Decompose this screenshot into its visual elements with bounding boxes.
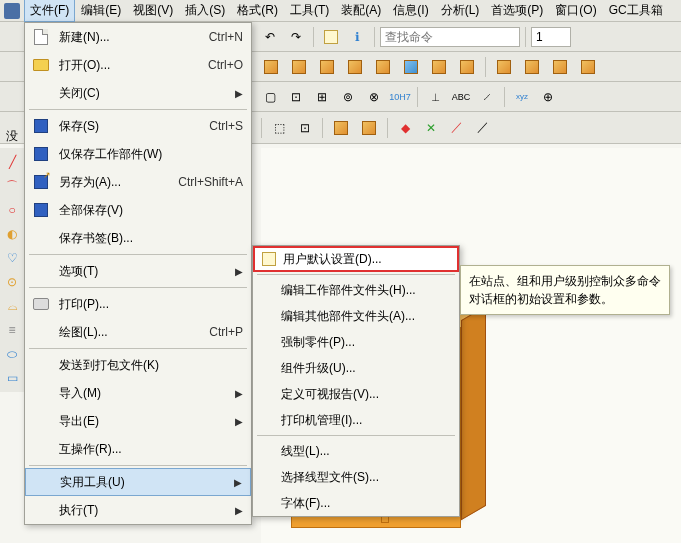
axis-red-icon[interactable]: ◆ [393,116,417,140]
save-work-icon [29,144,53,164]
lt-7-icon[interactable]: ⌓ [2,296,22,316]
file-save-work[interactable]: 仅保存工作部件(W) [25,140,251,168]
menu-insert[interactable]: 插入(S) [179,0,231,22]
misc-icon[interactable]: ⊕ [536,85,560,109]
file-new[interactable]: 新建(N)... Ctrl+N [25,23,251,51]
saveas-icon [29,172,53,192]
submenu-visual-report[interactable]: 定义可视报告(V)... [253,381,459,407]
spin-input[interactable]: 1 [531,27,571,47]
lt-10-icon[interactable]: ▭ [2,368,22,388]
utilities-submenu: 用户默认设置(D)... 编辑工作部件文件头(H)... 编辑其他部件文件头(A… [252,245,460,517]
text-icon[interactable]: ABC [449,85,473,109]
menu-gctoolbox[interactable]: GC工具箱 [603,0,669,22]
lt-5-icon[interactable]: ♡ [2,248,22,268]
submenu-font[interactable]: 字体(F)... [253,490,459,516]
menu-edit[interactable]: 编辑(E) [75,0,127,22]
select-1-icon[interactable]: ⬚ [267,116,291,140]
undo-icon[interactable]: ↶ [258,25,282,49]
command-search[interactable] [380,27,520,47]
cube-11-icon[interactable] [547,56,573,78]
menu-info[interactable]: 信息(I) [387,0,434,22]
file-interop[interactable]: 互操作(R)... [25,435,251,463]
cube-4-icon[interactable] [342,56,368,78]
view-cube-2-icon[interactable] [356,117,382,139]
submenu-component-upgrade[interactable]: 组件升级(U)... [253,355,459,381]
saveall-icon [29,200,53,220]
info-icon[interactable]: ℹ [345,25,369,49]
submenu-user-defaults[interactable]: 用户默认设置(D)... [253,246,459,272]
file-options[interactable]: 选项(T) ▶ [25,257,251,285]
dim-2-icon[interactable]: ⟋ [475,85,499,109]
cube-1-icon[interactable] [258,56,284,78]
select-2-icon[interactable]: ⊡ [293,116,317,140]
search-input[interactable] [380,27,520,47]
menu-assembly[interactable]: 装配(A) [335,0,387,22]
xyz-icon[interactable]: xyz [510,85,534,109]
submenu-edit-work-header[interactable]: 编辑工作部件文件头(H)... [253,277,459,303]
submenu-printer-mgmt[interactable]: 打印机管理(I)... [253,407,459,433]
file-save[interactable]: 保存(S) Ctrl+S [25,112,251,140]
view-cube-icon[interactable] [328,117,354,139]
clipboard-icon[interactable] [319,25,343,49]
file-plot[interactable]: 绘图(L)... Ctrl+P [25,318,251,346]
menu-view[interactable]: 视图(V) [127,0,179,22]
line-2-icon[interactable]: ／ [471,116,495,140]
snap-3-icon[interactable]: ⊞ [310,85,334,109]
lt-3-icon[interactable]: ○ [2,200,22,220]
cube-12-icon[interactable] [575,56,601,78]
file-save-bookmark[interactable]: 保存书签(B)... [25,224,251,252]
file-saveas[interactable]: 另存为(A)... Ctrl+Shift+A [25,168,251,196]
chevron-right-icon: ▶ [235,388,243,399]
snap-5-icon[interactable]: ⊗ [362,85,386,109]
snap-1-icon[interactable]: ▢ [258,85,282,109]
lt-8-icon[interactable]: ≡ [2,320,22,340]
menu-window[interactable]: 窗口(O) [549,0,602,22]
lt-1-icon[interactable]: ╱ [2,152,22,172]
file-utilities[interactable]: 实用工具(U) ▶ [25,468,251,496]
file-open[interactable]: 打开(O)... Ctrl+O [25,51,251,79]
cube-5-icon[interactable] [370,56,396,78]
chevron-right-icon: ▶ [234,477,242,488]
cube-2-icon[interactable] [286,56,312,78]
file-execute[interactable]: 执行(T) ▶ [25,496,251,524]
snap-4-icon[interactable]: ⊚ [336,85,360,109]
submenu-linetype[interactable]: 线型(L)... [253,438,459,464]
submenu-linetype-file[interactable]: 选择线型文件(S)... [253,464,459,490]
axis-green-icon[interactable]: ✕ [419,116,443,140]
line-red-icon[interactable]: ／ [445,116,469,140]
cube-8-icon[interactable] [454,56,480,78]
cube-6-icon[interactable] [398,56,424,78]
file-pack[interactable]: 发送到打包文件(K) [25,351,251,379]
dim-1-icon[interactable]: ⟂ [423,85,447,109]
snap-2-icon[interactable]: ⊡ [284,85,308,109]
left-toolbar: ╱ ⌒ ○ ◐ ♡ ⊙ ⌓ ≡ ⬭ ▭ [0,148,24,392]
file-import[interactable]: 导入(M) ▶ [25,379,251,407]
app-icon [4,3,20,19]
cube-9-icon[interactable] [491,56,517,78]
menu-tools[interactable]: 工具(T) [284,0,335,22]
submenu-force-part[interactable]: 强制零件(P)... [253,329,459,355]
lt-4-icon[interactable]: ◐ [2,224,22,244]
menu-format[interactable]: 格式(R) [231,0,284,22]
print-icon [29,294,53,314]
file-export[interactable]: 导出(E) ▶ [25,407,251,435]
file-saveall[interactable]: 全部保存(V) [25,196,251,224]
file-menu: 新建(N)... Ctrl+N 打开(O)... Ctrl+O 关闭(C) ▶ … [24,22,252,525]
lt-2-icon[interactable]: ⌒ [2,176,22,196]
menubar: 文件(F) 编辑(E) 视图(V) 插入(S) 格式(R) 工具(T) 装配(A… [0,0,681,22]
menu-file[interactable]: 文件(F) [24,0,75,22]
file-close[interactable]: 关闭(C) ▶ [25,79,251,107]
lt-9-icon[interactable]: ⬭ [2,344,22,364]
menu-analysis[interactable]: 分析(L) [435,0,486,22]
tooltip: 在站点、组和用户级别控制众多命令对话框的初始设置和参数。 [460,265,670,315]
submenu-edit-other-header[interactable]: 编辑其他部件文件头(A)... [253,303,459,329]
redo-icon[interactable]: ↷ [284,25,308,49]
cube-7-icon[interactable] [426,56,452,78]
menu-preferences[interactable]: 首选项(P) [485,0,549,22]
file-print[interactable]: 打印(P)... [25,290,251,318]
save-icon [29,116,53,136]
snap-6-icon[interactable]: 10H7 [388,85,412,109]
cube-10-icon[interactable] [519,56,545,78]
cube-3-icon[interactable] [314,56,340,78]
lt-6-icon[interactable]: ⊙ [2,272,22,292]
